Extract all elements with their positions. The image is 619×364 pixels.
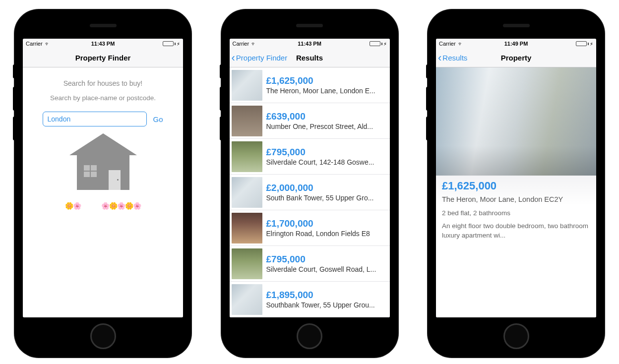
- status-bar: Carrier ᯤ 11:43 PM ⚡︎: [230, 39, 390, 49]
- screen: Carrier ᯤ 11:49 PM ⚡︎ ‹ Results Property…: [436, 39, 596, 317]
- chevron-left-icon: ‹: [438, 53, 441, 63]
- wifi-icon: ᯤ: [45, 41, 50, 47]
- carrier-label: Carrier ᯤ: [233, 41, 257, 47]
- phone-speaker: [296, 24, 323, 27]
- result-address: South Bank Tower, 55 Upper Gro...: [266, 194, 385, 202]
- carrier-text: Carrier: [233, 41, 249, 47]
- phone-mock-detail: Carrier ᯤ 11:49 PM ⚡︎ ‹ Results Property…: [428, 10, 604, 357]
- result-text: £2,000,000South Bank Tower, 55 Upper Gro…: [266, 182, 385, 202]
- result-thumbnail: [232, 70, 262, 101]
- back-label: Property Finder: [236, 54, 287, 62]
- carrier-text: Carrier: [439, 41, 456, 47]
- charging-icon: ⚡︎: [383, 41, 387, 47]
- phone-side-button: [426, 87, 429, 111]
- result-price: £1,625,000: [266, 75, 385, 87]
- home-button[interactable]: [503, 323, 529, 349]
- phone-side-button: [220, 87, 222, 111]
- result-text: £1,625,000The Heron, Moor Lane, London E…: [266, 75, 385, 95]
- result-row[interactable]: £795,000Silverdale Court, Goswell Road, …: [230, 246, 390, 282]
- result-address: Elrington Road, London Fields E8: [266, 230, 385, 238]
- result-thumbnail: [232, 213, 262, 243]
- carrier-text: Carrier: [26, 41, 43, 47]
- house-illustration: 🌼🌸 🌸🌼🌸🌼🌸: [61, 133, 145, 208]
- result-address: Silverdale Court, 142-148 Goswe...: [266, 158, 385, 166]
- clock: 11:43 PM: [298, 41, 321, 47]
- page-title: Property: [501, 54, 532, 62]
- flowers-icon: 🌼🌸 🌸🌼🌸🌼🌸: [61, 202, 145, 210]
- result-address: Number One, Prescot Street, Ald...: [266, 122, 385, 130]
- result-price: £795,000: [266, 147, 385, 158]
- result-row[interactable]: £639,000Number One, Prescot Street, Ald.…: [230, 103, 390, 139]
- carrier-label: Carrier ᯤ: [439, 41, 463, 47]
- result-thumbnail: [232, 248, 262, 279]
- detail-body: £1,625,000 The Heron, Moor Lane, London …: [436, 176, 596, 317]
- phone-side-button: [13, 87, 15, 111]
- result-row[interactable]: £1,700,000Elrington Road, London Fields …: [230, 210, 390, 246]
- phone-mock-search: Carrier ᯤ 11:43 PM ⚡︎ Property Finder Se…: [15, 10, 191, 357]
- result-text: £1,895,000Southbank Tower, 55 Upper Grou…: [266, 290, 385, 309]
- carrier-label: Carrier ᯤ: [26, 41, 50, 47]
- result-address: The Heron, Moor Lane, London E...: [266, 87, 385, 95]
- home-button[interactable]: [90, 323, 116, 349]
- status-bar: Carrier ᯤ 11:49 PM ⚡︎: [436, 39, 596, 49]
- battery-cap-icon: [381, 43, 382, 45]
- result-text: £639,000Number One, Prescot Street, Ald.…: [266, 111, 385, 130]
- go-button[interactable]: Go: [153, 115, 163, 123]
- battery-indicator: ⚡︎: [163, 41, 180, 47]
- battery-cap-icon: [588, 43, 589, 45]
- home-button[interactable]: [297, 323, 322, 349]
- property-price: £1,625,000: [442, 180, 590, 192]
- search-row: Go: [23, 112, 183, 126]
- search-input[interactable]: [43, 112, 147, 126]
- back-button[interactable]: ‹ Results: [436, 53, 467, 63]
- phone-side-button: [426, 64, 429, 78]
- search-subheading: Search by place-name or postcode.: [23, 94, 183, 102]
- phone-speaker: [90, 24, 117, 27]
- result-price: £2,000,000: [266, 182, 385, 194]
- status-bar: Carrier ᯤ 11:43 PM ⚡︎: [23, 39, 183, 49]
- search-heading: Search for houses to buy!: [23, 79, 183, 87]
- result-address: Silverdale Court, Goswell Road, L...: [266, 265, 385, 273]
- nav-bar: Property Finder: [23, 49, 183, 67]
- battery-icon: [370, 41, 380, 46]
- wifi-icon: ᯤ: [458, 41, 463, 47]
- result-text: £795,000Silverdale Court, 142-148 Goswe.…: [266, 147, 385, 166]
- result-text: £1,700,000Elrington Road, London Fields …: [266, 218, 385, 238]
- results-list[interactable]: £1,625,000The Heron, Moor Lane, London E…: [230, 67, 390, 317]
- property-description: An eight floor two double bedroom, two b…: [442, 222, 590, 240]
- clock: 11:49 PM: [504, 41, 528, 47]
- result-price: £639,000: [266, 111, 385, 122]
- house-window-icon: [84, 165, 97, 177]
- page-title: Results: [296, 54, 323, 62]
- screen: Carrier ᯤ 11:43 PM ⚡︎ Property Finder Se…: [23, 39, 183, 317]
- result-row[interactable]: £2,000,000South Bank Tower, 55 Upper Gro…: [230, 175, 390, 210]
- result-thumbnail: [232, 284, 262, 315]
- house-body-icon: [77, 155, 129, 190]
- result-row[interactable]: £795,000Silverdale Court, 142-148 Goswe.…: [230, 139, 390, 175]
- result-text: £795,000Silverdale Court, Goswell Road, …: [266, 254, 385, 273]
- battery-indicator: ⚡︎: [576, 41, 593, 47]
- result-price: £1,700,000: [266, 218, 385, 230]
- result-price: £1,895,000: [266, 290, 385, 301]
- result-row[interactable]: £1,895,000Southbank Tower, 55 Upper Grou…: [230, 282, 390, 317]
- phone-side-button: [13, 64, 15, 78]
- battery-icon: [576, 41, 587, 46]
- phone-side-button: [426, 117, 429, 140]
- detail-screen: £1,625,000 The Heron, Moor Lane, London …: [436, 67, 596, 317]
- result-price: £795,000: [266, 254, 385, 265]
- phone-mock-results: Carrier ᯤ 11:43 PM ⚡︎ ‹ Property Finder …: [222, 10, 398, 357]
- charging-icon: ⚡︎: [177, 41, 180, 47]
- charging-icon: ⚡︎: [590, 41, 593, 47]
- property-meta: 2 bed flat, 2 bathrooms: [442, 209, 590, 217]
- back-button[interactable]: ‹ Property Finder: [230, 53, 288, 63]
- result-row[interactable]: £1,625,000The Heron, Moor Lane, London E…: [230, 67, 390, 103]
- phone-side-button: [220, 117, 222, 140]
- house-door-icon: [109, 170, 121, 190]
- battery-cap-icon: [175, 43, 176, 45]
- nav-bar: ‹ Results Property: [436, 49, 596, 67]
- page-title: Property Finder: [75, 54, 131, 62]
- screen: Carrier ᯤ 11:43 PM ⚡︎ ‹ Property Finder …: [230, 39, 390, 317]
- phone-side-button: [220, 64, 222, 78]
- nav-bar: ‹ Property Finder Results: [230, 49, 390, 67]
- result-address: Southbank Tower, 55 Upper Grou...: [266, 301, 385, 309]
